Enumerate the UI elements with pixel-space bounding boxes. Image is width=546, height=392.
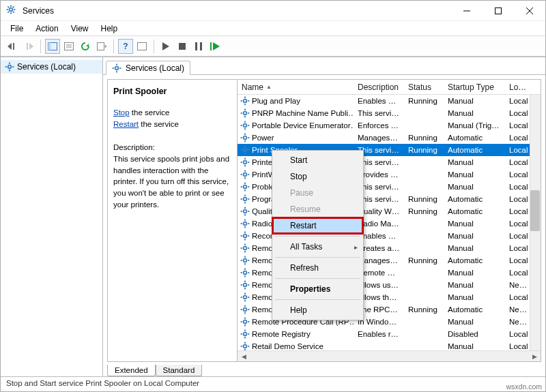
tab-standard[interactable]: Standard bbox=[156, 365, 203, 376]
column-headers: Name ▲ Description Status Startup Type L… bbox=[238, 80, 541, 95]
ctx-start[interactable]: Start bbox=[272, 152, 363, 168]
vscroll-thumb[interactable] bbox=[530, 190, 540, 231]
svg-point-124 bbox=[244, 320, 247, 324]
ctx-sep-1 bbox=[275, 236, 360, 237]
stop-line: Stop the service bbox=[113, 107, 230, 119]
svg-rect-22 bbox=[200, 42, 202, 50]
pause-service-button[interactable] bbox=[191, 39, 206, 54]
help-button[interactable]: ? bbox=[118, 39, 133, 54]
ctx-resume: Resume bbox=[272, 201, 363, 217]
table-row[interactable]: PNRP Machine Name Publi…This service …Ma… bbox=[238, 107, 541, 119]
cell-startup: Manual (Trig… bbox=[444, 121, 505, 130]
menu-action[interactable]: Action bbox=[30, 22, 63, 35]
ctx-help[interactable]: Help bbox=[272, 302, 363, 318]
cell-status: Running bbox=[404, 305, 444, 314]
menu-help[interactable]: Help bbox=[96, 22, 124, 35]
gear-icon bbox=[240, 305, 250, 314]
maximize-button[interactable] bbox=[483, 1, 514, 21]
svg-line-6 bbox=[13, 11, 14, 12]
cell-logon: Local bbox=[505, 158, 532, 166]
gear-icon bbox=[240, 243, 250, 253]
table-row[interactable]: Plug and PlayEnables a c…RunningManualLo… bbox=[238, 95, 541, 107]
extra-button[interactable] bbox=[134, 39, 149, 54]
hscrollbar[interactable]: ◀▶ bbox=[238, 350, 541, 361]
toolbar-sep-2 bbox=[113, 40, 114, 53]
svg-point-29 bbox=[115, 67, 119, 70]
cell-name: Retail Demo Service bbox=[252, 342, 324, 350]
properties-button[interactable] bbox=[61, 39, 76, 54]
cell-name: Plug and Play bbox=[252, 97, 300, 105]
cell-startup: Manual bbox=[444, 232, 505, 240]
gear-icon bbox=[240, 96, 250, 106]
cell-logon: Local bbox=[505, 256, 532, 265]
ctx-all-tasks[interactable]: All Tasks▸ bbox=[272, 239, 363, 255]
statusbar: Stop and Start service Print Spooler on … bbox=[1, 376, 545, 391]
svg-point-79 bbox=[244, 210, 247, 213]
svg-point-34 bbox=[244, 100, 247, 103]
context-menu: Start Stop Pause Resume Restart All Task… bbox=[272, 150, 364, 320]
description-label: Description: bbox=[113, 142, 230, 153]
refresh-button[interactable] bbox=[78, 39, 93, 54]
menu-file[interactable]: File bbox=[5, 22, 29, 35]
cell-logon: Local bbox=[505, 330, 532, 338]
ctx-refresh[interactable]: Refresh bbox=[272, 260, 363, 276]
svg-line-5 bbox=[8, 6, 9, 7]
table-row[interactable]: Portable Device Enumerator…Enforces gr…M… bbox=[238, 119, 541, 132]
cell-status: Running bbox=[404, 97, 444, 105]
gear-icon bbox=[240, 231, 250, 241]
cell-desc: Manages p… bbox=[354, 134, 404, 142]
table-row[interactable]: PowerManages p…RunningAutomaticLocal bbox=[238, 132, 541, 144]
cell-startup: Automatic bbox=[444, 146, 505, 154]
cell-logon: Local bbox=[505, 195, 532, 203]
cell-name: PNRP Machine Name Publi… bbox=[252, 109, 354, 117]
stop-service-button[interactable] bbox=[175, 39, 190, 54]
export-list-button[interactable] bbox=[94, 39, 109, 54]
cell-status: Running bbox=[404, 146, 444, 154]
stop-link[interactable]: Stop bbox=[113, 108, 130, 117]
ctx-stop[interactable]: Stop bbox=[272, 168, 363, 185]
gear-icon bbox=[240, 182, 250, 192]
table-row[interactable]: Remote RegistryEnables rem…DisabledLocal bbox=[238, 328, 541, 340]
cell-startup: Automatic bbox=[444, 256, 505, 265]
restart-link[interactable]: Restart bbox=[113, 120, 139, 128]
forward-button[interactable] bbox=[21, 39, 36, 54]
tree-root-label: Services (Local) bbox=[17, 62, 76, 72]
col-startup[interactable]: Startup Type bbox=[444, 82, 505, 92]
vscrollbar[interactable] bbox=[530, 95, 541, 361]
gear-icon bbox=[240, 207, 250, 216]
cell-logon: Local bbox=[505, 146, 532, 154]
ctx-pause: Pause bbox=[272, 185, 363, 201]
tree-root-item[interactable]: Services (Local) bbox=[1, 60, 102, 74]
cell-status: Running bbox=[404, 207, 444, 215]
cell-startup: Manual bbox=[444, 293, 505, 301]
svg-point-39 bbox=[244, 112, 247, 115]
tab-extended[interactable]: Extended bbox=[107, 365, 156, 376]
svg-point-69 bbox=[244, 185, 247, 189]
svg-point-129 bbox=[244, 333, 247, 336]
ctx-properties[interactable]: Properties bbox=[272, 281, 363, 297]
inner-title: Services (Local) bbox=[106, 61, 190, 75]
hscroll-right[interactable]: ▶ bbox=[530, 352, 539, 361]
svg-point-49 bbox=[244, 136, 247, 140]
ctx-sep-2 bbox=[275, 257, 360, 258]
gear-icon bbox=[240, 121, 250, 130]
start-service-button[interactable] bbox=[158, 39, 173, 54]
show-hide-tree-button[interactable] bbox=[45, 39, 60, 54]
col-logon[interactable]: Log O bbox=[505, 82, 532, 92]
minimize-button[interactable] bbox=[451, 1, 483, 21]
cell-logon: Local bbox=[505, 109, 532, 117]
menu-view[interactable]: View bbox=[66, 22, 94, 35]
cell-status: Running bbox=[404, 134, 444, 142]
titlebar: Services bbox=[1, 1, 545, 21]
cell-startup: Manual bbox=[444, 244, 505, 252]
restart-service-button[interactable] bbox=[207, 39, 222, 54]
back-button[interactable] bbox=[5, 39, 20, 54]
close-button[interactable] bbox=[514, 1, 545, 21]
hscroll-left[interactable]: ◀ bbox=[239, 352, 248, 361]
ctx-restart[interactable]: Restart bbox=[272, 217, 363, 234]
col-status[interactable]: Status bbox=[404, 82, 444, 92]
gear-icon bbox=[240, 342, 250, 351]
col-name[interactable]: Name ▲ bbox=[238, 82, 354, 92]
col-description[interactable]: Description bbox=[354, 82, 404, 92]
cell-startup: Manual bbox=[444, 318, 505, 326]
